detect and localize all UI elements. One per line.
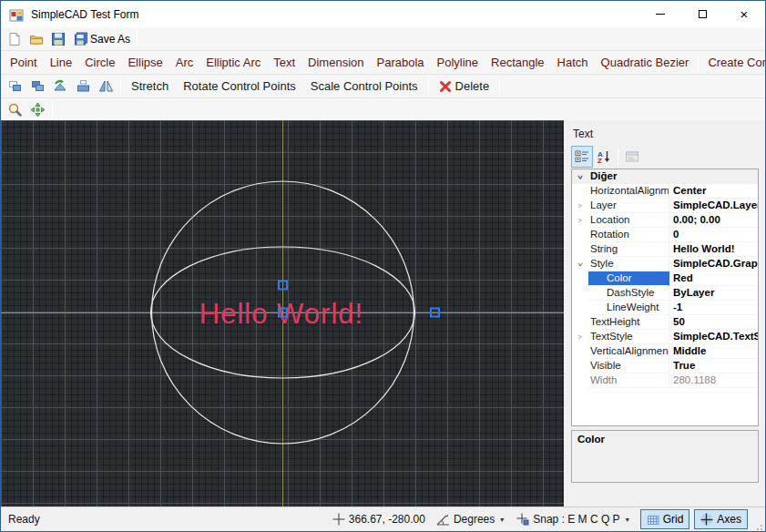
cad-canvas[interactable]: Hello World! [1, 120, 564, 506]
property-pages-button [621, 146, 643, 168]
grid-toggle-button[interactable]: Grid [640, 509, 690, 529]
property-value[interactable]: SimpleCAD.Graphics [669, 257, 758, 271]
mirror-button[interactable] [95, 77, 117, 97]
property-value[interactable]: ByLayer [669, 286, 758, 301]
property-row[interactable]: >Location0.00; 0.00 [572, 213, 758, 228]
draw-command-button[interactable]: Elliptic Arc [199, 52, 267, 74]
property-row[interactable]: VerticalAlignmentMiddle [572, 344, 758, 359]
copy-button[interactable] [26, 77, 49, 97]
expander-margin [572, 286, 588, 301]
maximize-button[interactable] [681, 1, 723, 27]
minimize-button[interactable] [639, 1, 681, 27]
draw-command-button[interactable]: Hatch [551, 52, 595, 74]
toolbar-separator [618, 148, 618, 166]
property-value[interactable]: 50 [669, 315, 758, 330]
property-value[interactable]: 0.00; 0.00 [669, 213, 758, 228]
draw-command-button[interactable]: Parabola [370, 52, 430, 74]
property-name: HorizontalAlignment [588, 184, 669, 199]
expander-margin [572, 228, 588, 242]
snap-dropdown[interactable]: Snap : E M C Q P ▾ [515, 511, 630, 527]
chevron-expanded-icon: > [573, 175, 587, 179]
property-value[interactable]: True [669, 359, 758, 373]
property-row[interactable]: DashStyleByLayer [572, 286, 758, 301]
toolbar-separator [120, 77, 121, 95]
expander-margin[interactable]: > [572, 257, 588, 271]
expander-margin[interactable]: > [572, 169, 588, 184]
stretch-button[interactable]: Stretch [124, 76, 176, 97]
property-row[interactable]: Rotation0 [572, 228, 758, 242]
magnifier-icon [7, 102, 23, 118]
pan-arrows-icon [30, 102, 46, 118]
draw-command-button[interactable]: Arc [169, 52, 200, 74]
open-folder-icon [29, 32, 44, 46]
property-row[interactable]: LineWeight-1 [572, 301, 758, 315]
view-toolbar [1, 98, 765, 120]
property-value[interactable]: SimpleCAD.Layer [669, 199, 758, 213]
draw-command-button[interactable]: Rectangle [485, 52, 551, 74]
categorized-view-button[interactable] [571, 146, 593, 168]
draw-command-button[interactable]: Polyline [431, 52, 485, 74]
pan-button[interactable] [26, 99, 49, 119]
status-ready-label: Ready [8, 513, 40, 526]
property-category-row[interactable]: >Diğer [572, 169, 758, 184]
property-value[interactable]: Red [669, 271, 758, 286]
draw-command-button[interactable]: Point [4, 52, 44, 74]
draw-command-button[interactable]: Dimension [301, 52, 370, 74]
expander-margin [572, 315, 588, 330]
property-row[interactable]: Width280.1188 [572, 373, 758, 388]
rotate-control-points-button[interactable]: Rotate Control Points [176, 76, 303, 97]
zoom-button[interactable] [4, 99, 26, 119]
draw-command-button[interactable]: Line [44, 52, 79, 74]
close-button[interactable]: × [723, 1, 765, 27]
resize-grip[interactable] [752, 520, 763, 531]
property-row[interactable]: TextHeight50 [572, 315, 758, 330]
draw-command-button[interactable]: Quadratic Bezier [595, 52, 696, 74]
property-row[interactable]: ColorRed [572, 271, 758, 286]
property-value[interactable]: 0 [669, 228, 758, 242]
toolbar-separator [137, 30, 138, 47]
scale-control-points-button[interactable]: Scale Control Points [303, 76, 425, 97]
property-grid-toolbar: A Z [571, 146, 643, 168]
angle-icon [436, 514, 450, 526]
property-row[interactable]: StringHello World! [572, 242, 758, 257]
open-button[interactable] [26, 29, 47, 49]
move-icon [7, 78, 23, 94]
save-as-button[interactable]: Save As [69, 29, 134, 49]
angle-mode-dropdown[interactable]: Degrees ▾ [434, 511, 506, 527]
draw-command-list: PointLineCircleEllipseArcElliptic ArcTex… [4, 52, 695, 74]
property-value[interactable]: Hello World! [669, 242, 758, 257]
expander-margin[interactable]: > [572, 199, 588, 213]
draw-command-button[interactable]: Circle [78, 52, 121, 74]
delete-button[interactable]: Delete [432, 76, 497, 97]
property-row[interactable]: >StyleSimpleCAD.Graphics [572, 257, 758, 271]
delete-x-icon [439, 80, 452, 93]
property-row[interactable]: HorizontalAlignmentCenter [572, 184, 758, 199]
save-as-label: Save As [90, 33, 130, 46]
scale-button[interactable] [72, 77, 95, 97]
save-icon [51, 32, 66, 46]
axes-toggle-button[interactable]: Axes [694, 509, 748, 529]
property-value[interactable]: Center [669, 184, 758, 199]
create-composite-button[interactable]: Create Composite [701, 52, 766, 74]
property-value[interactable]: SimpleCAD.TextStyle [669, 330, 758, 344]
property-value[interactable]: 280.1188 [669, 373, 758, 388]
rotate-button[interactable] [49, 77, 72, 97]
property-row[interactable]: >LayerSimpleCAD.Layer [572, 199, 758, 213]
property-value[interactable]: Middle [669, 344, 758, 359]
draw-command-button[interactable]: Text [267, 52, 301, 74]
move-button[interactable] [4, 77, 26, 97]
chevron-down-icon: ▾ [626, 516, 629, 524]
alphabetical-sort-button[interactable]: A Z [593, 146, 615, 168]
save-button[interactable] [47, 29, 69, 49]
property-row[interactable]: >TextStyleSimpleCAD.TextStyle [572, 330, 758, 344]
hello-world-text-entity[interactable]: Hello World! [199, 298, 363, 330]
new-button[interactable] [4, 29, 26, 49]
property-value[interactable]: -1 [669, 301, 758, 315]
rotate-icon [53, 78, 68, 94]
expander-margin[interactable]: > [572, 330, 588, 344]
draw-command-button[interactable]: Ellipse [121, 52, 169, 74]
chevron-collapsed-icon: > [578, 331, 582, 344]
property-name: Rotation [588, 228, 669, 242]
expander-margin[interactable]: > [572, 213, 588, 228]
property-row[interactable]: VisibleTrue [572, 359, 758, 373]
